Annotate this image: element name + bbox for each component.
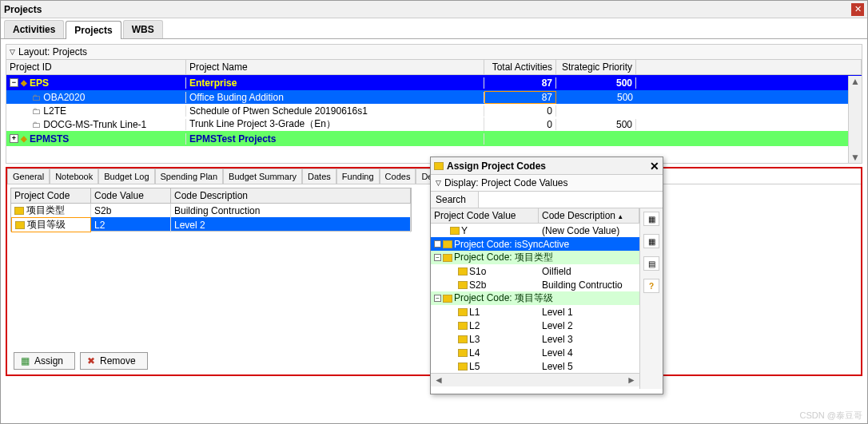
- remove-icon: ✖: [87, 355, 95, 367]
- tree-leaf[interactable]: L3Level 3: [431, 332, 639, 346]
- tab-activities[interactable]: Activities: [4, 20, 64, 38]
- tree-leaf[interactable]: L4Level 4: [431, 346, 639, 359]
- assign-button[interactable]: ▦Assign: [14, 352, 75, 370]
- tab-wbs[interactable]: WBS: [123, 20, 163, 38]
- folder-icon: 🗀: [32, 93, 41, 102]
- col-project-code[interactable]: Project Code: [11, 188, 91, 203]
- close-icon[interactable]: ✕: [851, 3, 864, 16]
- remove-button[interactable]: ✖Remove: [80, 352, 148, 370]
- project-row[interactable]: 🗀 DOCG-MS-Trunk Line-1 Trunk Line Projec…: [6, 117, 862, 131]
- tag-icon: [443, 295, 452, 303]
- eps-row[interactable]: +◆EPMSTS EPMSTest Projects: [6, 131, 862, 146]
- code-row-selected[interactable]: 项目等级 L2 Level 2: [11, 217, 411, 231]
- folder-icon: 🗀: [32, 106, 41, 116]
- project-row[interactable]: 🗀 L2TE Schedule of Ptwen Schedule 201906…: [6, 104, 862, 117]
- project-row-selected[interactable]: 🗀 OBA2020 Office Buding Addition 87 500: [6, 90, 862, 104]
- tree-leaf[interactable]: S1oOilfield: [431, 264, 639, 278]
- tree-group[interactable]: − Project Code: 项目类型: [431, 251, 639, 264]
- tag-icon: [15, 221, 25, 229]
- tag-icon: [450, 227, 460, 235]
- col-project-name[interactable]: Project Name: [186, 60, 484, 74]
- folder-icon: 🗀: [32, 120, 41, 129]
- collapse-icon[interactable]: −: [10, 78, 18, 87]
- tree-leaf[interactable]: L2Level 2: [431, 319, 639, 332]
- tag-icon: [458, 335, 468, 343]
- layout-bar[interactable]: ▽ Layout: Projects: [6, 44, 862, 60]
- tag-icon: [443, 240, 452, 248]
- dialog-title: Assign Project Codes: [447, 160, 546, 172]
- tag-icon: [434, 162, 444, 170]
- col-total-activities[interactable]: Total Activities: [484, 60, 556, 74]
- code-tree: Project Code Value Code Description Y(Ne…: [431, 208, 640, 389]
- tree-leaf[interactable]: L5Level 5: [431, 359, 639, 373]
- tag-icon: [458, 349, 468, 357]
- search-row: Search: [431, 192, 663, 208]
- chevron-down-icon: ▽: [10, 48, 15, 56]
- project-codes-table: Project Code Code Value Code Description…: [10, 188, 412, 232]
- tree-leaf[interactable]: S2bBuilding Contructio: [431, 278, 639, 291]
- tag-icon: [14, 207, 24, 215]
- tab-dates[interactable]: Dates: [302, 168, 336, 184]
- tab-budget-summary[interactable]: Budget Summary: [223, 168, 302, 184]
- display-bar[interactable]: ▽ Display: Project Code Values: [431, 175, 663, 192]
- close-icon[interactable]: ✕: [650, 160, 659, 172]
- collapse-icon[interactable]: −: [434, 295, 441, 302]
- tab-notebook[interactable]: Notebook: [50, 168, 98, 184]
- assign-icon: ▦: [21, 355, 30, 367]
- tab-budget-log[interactable]: Budget Log: [98, 168, 154, 184]
- tag-icon: [458, 363, 468, 371]
- assign-icon[interactable]: ▦: [643, 212, 659, 226]
- tab-spending-plan[interactable]: Spending Plan: [155, 168, 224, 184]
- tree-group[interactable]: − Project Code: 项目等级: [431, 291, 639, 305]
- code-row[interactable]: 项目类型 S2b Building Contruction: [11, 204, 411, 217]
- tab-funding[interactable]: Funding: [336, 168, 380, 184]
- chevron-down-icon: ▽: [436, 179, 441, 187]
- tree-group[interactable]: + Project Code: isSyncActive: [431, 237, 639, 251]
- tag-icon: [458, 267, 468, 275]
- options-icon[interactable]: ▤: [643, 256, 659, 271]
- eps-row[interactable]: −◆EPS Enterprise 87 500: [6, 75, 862, 90]
- help-icon[interactable]: ?: [643, 279, 659, 293]
- tag-icon: [458, 308, 468, 316]
- dialog-titlebar[interactable]: Assign Project Codes ✕: [431, 157, 663, 175]
- search-input[interactable]: [479, 192, 663, 208]
- search-label: Search: [431, 192, 479, 208]
- expand-icon[interactable]: +: [434, 240, 441, 248]
- add-icon[interactable]: ▦: [643, 234, 659, 248]
- projects-grid: Project ID Project Name Total Activities…: [6, 60, 862, 164]
- dialog-side-toolbar: ▦ ▦ ▤ ?: [640, 208, 663, 389]
- horizontal-scrollbar[interactable]: ◄►: [431, 373, 639, 386]
- eps-icon: ◆: [21, 78, 27, 87]
- main-tabbar: Activities Projects WBS: [1, 18, 867, 39]
- col-strategic-priority[interactable]: Strategic Priority: [556, 60, 636, 74]
- window-title: Projects: [4, 4, 42, 15]
- expand-icon[interactable]: +: [10, 134, 18, 143]
- col-project-id[interactable]: Project ID: [6, 60, 186, 74]
- watermark: CSDN @泰豆哥: [800, 410, 862, 422]
- tag-icon: [458, 281, 468, 289]
- tree-leaf[interactable]: Y(New Code Value): [431, 224, 639, 237]
- col-code-description[interactable]: Code Description: [539, 208, 639, 223]
- tree-leaf[interactable]: L1Level 1: [431, 305, 639, 319]
- vertical-scrollbar[interactable]: ▲▼: [848, 76, 862, 163]
- col-code-value[interactable]: Code Value: [91, 188, 171, 203]
- collapse-icon[interactable]: −: [434, 254, 441, 261]
- eps-icon: ◆: [21, 134, 27, 143]
- tab-codes[interactable]: Codes: [380, 168, 416, 184]
- assign-project-codes-dialog: Assign Project Codes ✕ ▽ Display: Projec…: [430, 157, 663, 394]
- layout-label: Layout: Projects: [18, 46, 87, 57]
- col-project-code-value[interactable]: Project Code Value: [431, 208, 539, 223]
- tab-projects[interactable]: Projects: [66, 21, 121, 39]
- tag-icon: [458, 322, 468, 330]
- col-code-description[interactable]: Code Description: [171, 188, 411, 203]
- grid-header: Project ID Project Name Total Activities…: [6, 60, 862, 75]
- tag-icon: [443, 254, 452, 262]
- window-titlebar: Projects ✕: [1, 1, 867, 18]
- tab-general[interactable]: General: [7, 168, 50, 184]
